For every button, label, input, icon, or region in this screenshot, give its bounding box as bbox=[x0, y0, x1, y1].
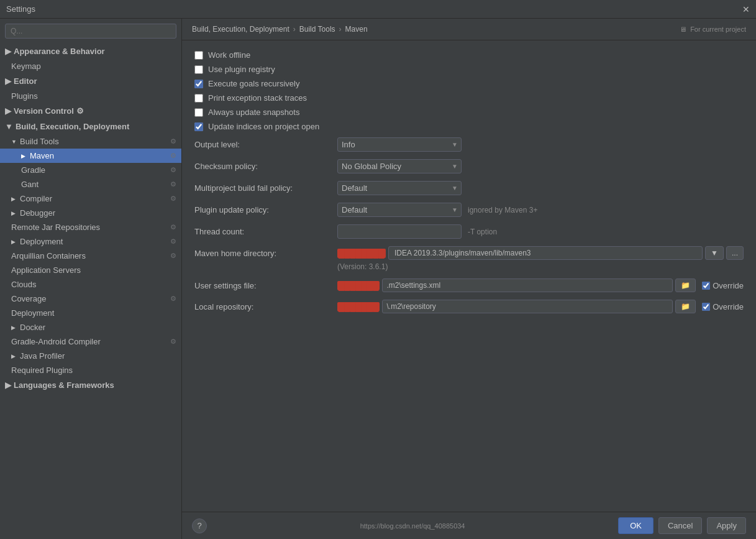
sidebar-item-gradle-android[interactable]: Gradle-Android Compiler ⚙ bbox=[0, 334, 181, 349]
checksum-policy-select[interactable]: No Global Policy Strict Warn Ignore bbox=[337, 159, 462, 173]
sidebar-item-plugins[interactable]: Plugins bbox=[0, 89, 181, 103]
arrow-icon: ▶ bbox=[5, 76, 11, 86]
sidebar-item-app-servers[interactable]: Application Servers bbox=[0, 263, 181, 277]
sidebar-item-label: Compiler bbox=[20, 194, 52, 203]
sidebar-item-remote-jar[interactable]: Remote Jar Repositories ⚙ bbox=[0, 220, 181, 234]
user-settings-override-checkbox[interactable] bbox=[702, 282, 710, 290]
sidebar-item-gant[interactable]: Gant ⚙ bbox=[0, 177, 181, 191]
execute-goals-row: Execute goals recursively bbox=[194, 79, 744, 88]
print-exception-label: Print exception stack traces bbox=[208, 93, 307, 103]
sidebar-item-deployment2[interactable]: Deployment bbox=[0, 306, 181, 320]
sidebar-item-version-control[interactable]: ▶ Version Control ⚙ bbox=[0, 103, 181, 119]
config-icon: ⚙ bbox=[170, 252, 176, 260]
plugin-update-label: Plugin update policy: bbox=[194, 205, 331, 214]
title-bar: Settings ✕ bbox=[0, 0, 756, 19]
work-offline-checkbox[interactable] bbox=[194, 51, 203, 60]
maven-home-browse-button[interactable]: ... bbox=[726, 246, 744, 260]
work-offline-row: Work offline bbox=[194, 50, 744, 60]
maven-home-label: Maven home directory: bbox=[194, 249, 331, 258]
sidebar-item-clouds[interactable]: Clouds bbox=[0, 277, 181, 292]
local-repo-override-label: Override bbox=[713, 302, 744, 311]
sidebar-item-java-profiler[interactable]: ▶ Java Profiler bbox=[0, 349, 181, 363]
sidebar-item-required-plugins[interactable]: Required Plugins bbox=[0, 363, 181, 377]
maven-home-dropdown-button[interactable]: ▼ bbox=[705, 246, 724, 260]
breadcrumb-sep1: › bbox=[293, 25, 296, 34]
config-icon: ⚙ bbox=[170, 166, 176, 174]
sidebar-item-label: Deployment bbox=[11, 308, 54, 318]
sidebar-item-maven[interactable]: ▶ Maven ⚙ bbox=[0, 149, 181, 163]
use-plugin-registry-label: Use plugin registry bbox=[208, 65, 275, 74]
sidebar-item-build-exec-deploy[interactable]: ▼ Build, Execution, Deployment bbox=[0, 119, 181, 134]
local-repo-row: Local repository: ███████ 📁 Override bbox=[194, 300, 744, 313]
sidebar-item-label: Gradle bbox=[21, 165, 45, 175]
sidebar-item-label: Deployment bbox=[20, 237, 63, 246]
plugin-update-select[interactable]: Default Always Daily Interval Never bbox=[337, 203, 462, 217]
sidebar-item-gradle[interactable]: Gradle ⚙ bbox=[0, 163, 181, 177]
print-exception-checkbox[interactable] bbox=[194, 94, 203, 103]
sidebar-item-label: Build, Execution, Deployment bbox=[16, 122, 129, 131]
maven-home-redacted: ████████ bbox=[337, 249, 386, 258]
execute-goals-label: Execute goals recursively bbox=[208, 79, 299, 88]
sidebar-item-label: Clouds bbox=[11, 280, 36, 289]
use-plugin-registry-checkbox[interactable] bbox=[194, 65, 203, 74]
ok-button[interactable]: OK bbox=[618, 517, 654, 534]
sidebar-item-coverage[interactable]: Coverage ⚙ bbox=[0, 292, 181, 306]
local-repo-input[interactable] bbox=[382, 300, 673, 313]
multiproject-row: Multiproject build fail policy: Default … bbox=[194, 181, 744, 195]
sidebar-item-label: Coverage bbox=[11, 294, 46, 303]
execute-goals-checkbox[interactable] bbox=[194, 80, 203, 88]
config-icon: ⚙ bbox=[170, 195, 176, 203]
sidebar-item-label: Build Tools bbox=[20, 137, 59, 146]
sidebar-item-deployment[interactable]: ▶ Deployment ⚙ bbox=[0, 234, 181, 249]
search-input[interactable] bbox=[5, 24, 176, 39]
multiproject-select[interactable]: Default Fail At End Fail Fast Never bbox=[337, 181, 462, 195]
thread-count-input[interactable] bbox=[337, 224, 462, 239]
user-settings-input[interactable] bbox=[382, 279, 673, 292]
arrow-icon: ▼ bbox=[11, 139, 17, 145]
always-update-row: Always update snapshots bbox=[194, 108, 744, 117]
sidebar-item-languages[interactable]: ▶ Languages & Frameworks bbox=[0, 377, 181, 393]
checksum-policy-label: Checksum policy: bbox=[194, 162, 331, 171]
config-icon: ⚙ bbox=[170, 137, 176, 145]
apply-button[interactable]: Apply bbox=[707, 517, 746, 534]
user-settings-browse-button[interactable]: 📁 bbox=[675, 279, 696, 292]
sidebar-item-keymap[interactable]: Keymap bbox=[0, 59, 181, 73]
arrow-icon: ▶ bbox=[5, 47, 11, 56]
always-update-checkbox[interactable] bbox=[194, 108, 203, 117]
help-button[interactable]: ? bbox=[192, 518, 207, 533]
config-icon: ⚙ bbox=[170, 223, 176, 231]
plugin-update-row: Plugin update policy: Default Always Dai… bbox=[194, 203, 744, 217]
local-repo-override-checkbox[interactable] bbox=[702, 303, 710, 311]
sidebar-item-compiler[interactable]: ▶ Compiler ⚙ bbox=[0, 191, 181, 206]
sidebar-item-debugger[interactable]: ▶ Debugger bbox=[0, 206, 181, 220]
use-plugin-registry-row: Use plugin registry bbox=[194, 65, 744, 74]
multiproject-label: Multiproject build fail policy: bbox=[194, 183, 331, 193]
arrow-icon: ▶ bbox=[11, 353, 17, 359]
output-level-label: Output level: bbox=[194, 140, 331, 149]
sidebar-item-label: Gant bbox=[21, 180, 39, 189]
output-level-select[interactable]: Info Debug Error Warning bbox=[337, 137, 462, 152]
sidebar-item-docker[interactable]: ▶ Docker bbox=[0, 320, 181, 334]
user-settings-label: User settings file: bbox=[194, 281, 331, 290]
sidebar-item-arquillian[interactable]: Arquillian Containers ⚙ bbox=[0, 249, 181, 263]
maven-home-input[interactable] bbox=[388, 246, 703, 260]
close-button[interactable]: ✕ bbox=[742, 4, 750, 14]
thread-count-hint: -T option bbox=[468, 228, 497, 236]
sidebar-item-editor[interactable]: ▶ Editor bbox=[0, 73, 181, 89]
sidebar-item-label: Maven bbox=[30, 151, 54, 160]
local-repo-redacted: ███████ bbox=[337, 302, 380, 311]
cancel-button[interactable]: Cancel bbox=[658, 517, 702, 534]
arrow-icon: ▶ bbox=[11, 210, 17, 216]
current-project-label: 🖥 For current project bbox=[680, 25, 746, 33]
sidebar-item-label: Java Profiler bbox=[20, 351, 65, 361]
thread-count-label: Thread count: bbox=[194, 227, 331, 236]
local-repo-browse-button[interactable]: 📁 bbox=[675, 300, 696, 313]
sidebar-item-appearance[interactable]: ▶ Appearance & Behavior bbox=[0, 44, 181, 59]
config-icon: ⚙ bbox=[170, 152, 176, 160]
checksum-policy-select-wrapper: No Global Policy Strict Warn Ignore ▼ bbox=[337, 159, 462, 173]
user-settings-redacted: ███████ bbox=[337, 281, 380, 290]
maven-version-hint: (Version: 3.6.1) bbox=[337, 262, 744, 271]
work-offline-label: Work offline bbox=[208, 50, 250, 60]
update-indices-checkbox[interactable] bbox=[194, 122, 203, 131]
sidebar-item-build-tools[interactable]: ▼ Build Tools ⚙ bbox=[0, 134, 181, 149]
